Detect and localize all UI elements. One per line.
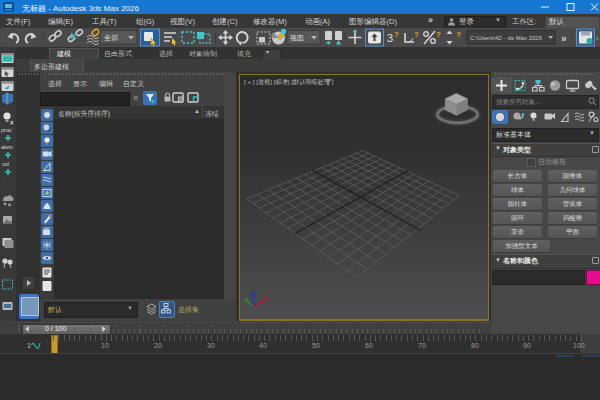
svg-text:1: 1 [27, 341, 31, 348]
svg-text:3: 3 [387, 32, 393, 44]
svg-text:vol: vol [2, 161, 9, 167]
svg-text:?: ? [394, 30, 399, 39]
svg-text:»: » [561, 33, 567, 44]
svg-text:?: ? [436, 30, 441, 39]
svg-text:›: › [596, 34, 599, 43]
svg-text:alem: alem [1, 144, 13, 150]
svg-text:视图: 视图 [290, 34, 304, 42]
svg-text:?: ? [456, 30, 461, 39]
svg-text:C:\Users\42···ds Max 2026: C:\Users\42···ds Max 2026 [470, 35, 543, 41]
svg-text:全部: 全部 [104, 34, 118, 42]
svg-text:?: ? [414, 30, 419, 39]
svg-text:proc: proc [1, 127, 12, 133]
